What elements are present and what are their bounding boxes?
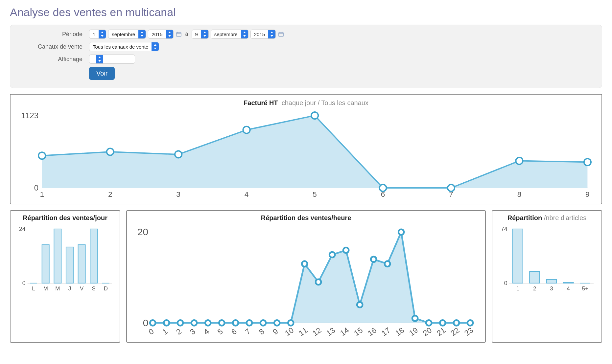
svg-text:2: 2 bbox=[175, 327, 183, 336]
svg-point-18 bbox=[516, 157, 523, 164]
svg-point-65 bbox=[371, 257, 376, 262]
svg-rect-0 bbox=[176, 33, 181, 37]
per-day-panel: Répartition des ventes/jour 024LMMJVSD bbox=[10, 210, 120, 343]
svg-rect-4 bbox=[279, 33, 283, 37]
label-display: Affichage bbox=[17, 56, 89, 63]
svg-point-55 bbox=[233, 320, 238, 326]
period-separator: à bbox=[184, 31, 190, 37]
svg-text:4: 4 bbox=[245, 190, 249, 198]
svg-text:8: 8 bbox=[517, 190, 522, 198]
per-articles-chart: 07412345+ bbox=[496, 224, 598, 293]
svg-text:20: 20 bbox=[421, 326, 433, 337]
per-articles-panel: Répartition /nbre d'articles 07412345+ bbox=[492, 210, 602, 343]
from-day-select[interactable]: 1 bbox=[89, 30, 106, 39]
svg-text:74: 74 bbox=[501, 226, 507, 232]
per-articles-title-bold: Répartition bbox=[507, 214, 542, 221]
svg-text:0: 0 bbox=[34, 183, 38, 192]
svg-rect-36 bbox=[54, 229, 61, 283]
svg-text:3: 3 bbox=[188, 327, 197, 336]
svg-point-53 bbox=[205, 320, 211, 326]
svg-text:S: S bbox=[92, 285, 96, 292]
svg-point-70 bbox=[440, 320, 445, 326]
svg-text:3: 3 bbox=[550, 285, 553, 292]
svg-text:6: 6 bbox=[381, 190, 385, 198]
svg-rect-102 bbox=[530, 271, 540, 283]
svg-point-14 bbox=[243, 126, 250, 133]
svg-text:J: J bbox=[68, 285, 71, 292]
svg-text:3: 3 bbox=[176, 190, 180, 198]
svg-text:0: 0 bbox=[143, 317, 149, 328]
svg-text:19: 19 bbox=[408, 326, 419, 337]
svg-text:9: 9 bbox=[271, 327, 280, 336]
svg-text:18: 18 bbox=[394, 326, 406, 337]
svg-point-67 bbox=[398, 229, 404, 235]
svg-text:4: 4 bbox=[567, 285, 570, 292]
svg-point-50 bbox=[164, 320, 169, 326]
svg-point-61 bbox=[316, 279, 321, 285]
channels-select[interactable]: Tous les canaux de vente bbox=[89, 42, 159, 51]
svg-text:15: 15 bbox=[352, 326, 364, 337]
svg-text:1: 1 bbox=[40, 190, 44, 198]
svg-rect-34 bbox=[42, 245, 49, 283]
per-day-chart: 024LMMJVSD bbox=[14, 224, 116, 293]
main-chart-panel: Facturé HT chaque jour / Tous les canaux… bbox=[10, 94, 602, 204]
svg-point-19 bbox=[584, 159, 591, 166]
svg-text:0: 0 bbox=[147, 327, 155, 336]
svg-rect-40 bbox=[78, 245, 85, 283]
per-articles-title: Répartition /nbre d'articles bbox=[496, 214, 598, 222]
svg-point-60 bbox=[302, 261, 307, 267]
svg-point-62 bbox=[329, 252, 335, 258]
svg-text:0: 0 bbox=[504, 280, 507, 286]
svg-rect-106 bbox=[563, 282, 574, 283]
main-chart: 01123123456789 bbox=[16, 109, 596, 201]
display-select[interactable] bbox=[89, 55, 135, 64]
svg-point-63 bbox=[343, 247, 349, 253]
svg-text:22: 22 bbox=[449, 326, 461, 337]
svg-text:6: 6 bbox=[230, 327, 238, 336]
svg-text:5: 5 bbox=[313, 190, 317, 198]
svg-point-72 bbox=[467, 320, 473, 326]
svg-text:0: 0 bbox=[22, 280, 26, 286]
svg-text:8: 8 bbox=[257, 327, 266, 336]
main-chart-title: Facturé HT chaque jour / Tous les canaux bbox=[16, 99, 596, 107]
to-month-select[interactable]: septembre bbox=[211, 30, 248, 39]
svg-point-11 bbox=[38, 152, 45, 159]
svg-text:17: 17 bbox=[380, 326, 392, 337]
from-month-select[interactable]: septembre bbox=[108, 30, 146, 39]
chevron-updown-icon bbox=[99, 30, 106, 38]
chevron-updown-icon bbox=[138, 30, 146, 38]
svg-text:24: 24 bbox=[19, 226, 26, 232]
svg-point-56 bbox=[247, 320, 252, 326]
svg-point-69 bbox=[426, 320, 432, 326]
calendar-icon[interactable] bbox=[278, 31, 284, 37]
per-day-title-bold: Répartition des ventes/jour bbox=[23, 214, 107, 221]
svg-text:10: 10 bbox=[283, 326, 295, 337]
svg-point-59 bbox=[288, 320, 294, 326]
svg-text:2: 2 bbox=[533, 285, 536, 292]
svg-text:5: 5 bbox=[216, 327, 224, 336]
svg-point-71 bbox=[454, 320, 459, 326]
svg-text:14: 14 bbox=[339, 326, 350, 337]
svg-point-57 bbox=[260, 320, 266, 326]
submit-button[interactable]: Voir bbox=[89, 67, 115, 80]
svg-text:M: M bbox=[43, 285, 48, 292]
svg-text:4: 4 bbox=[202, 327, 211, 336]
svg-text:L: L bbox=[32, 285, 35, 292]
chevron-updown-icon bbox=[241, 30, 248, 38]
svg-point-49 bbox=[150, 320, 155, 326]
svg-point-52 bbox=[191, 320, 197, 326]
svg-text:1123: 1123 bbox=[21, 111, 38, 120]
chevron-updown-icon bbox=[152, 42, 159, 51]
to-day-select[interactable]: 9 bbox=[192, 30, 209, 39]
from-year-select[interactable]: 2015 bbox=[148, 30, 173, 39]
main-chart-title-grey: chaque jour / Tous les canaux bbox=[282, 99, 368, 106]
to-year-select[interactable]: 2015 bbox=[250, 30, 276, 39]
svg-text:V: V bbox=[80, 285, 84, 292]
per-articles-title-grey: /nbre d'articles bbox=[544, 214, 586, 221]
svg-point-12 bbox=[107, 148, 114, 155]
svg-rect-100 bbox=[513, 229, 523, 283]
page-title: Analyse des ventes en multicanal bbox=[10, 6, 602, 19]
chevron-updown-icon bbox=[96, 55, 103, 63]
calendar-icon[interactable] bbox=[176, 31, 182, 37]
svg-text:7: 7 bbox=[449, 190, 453, 198]
